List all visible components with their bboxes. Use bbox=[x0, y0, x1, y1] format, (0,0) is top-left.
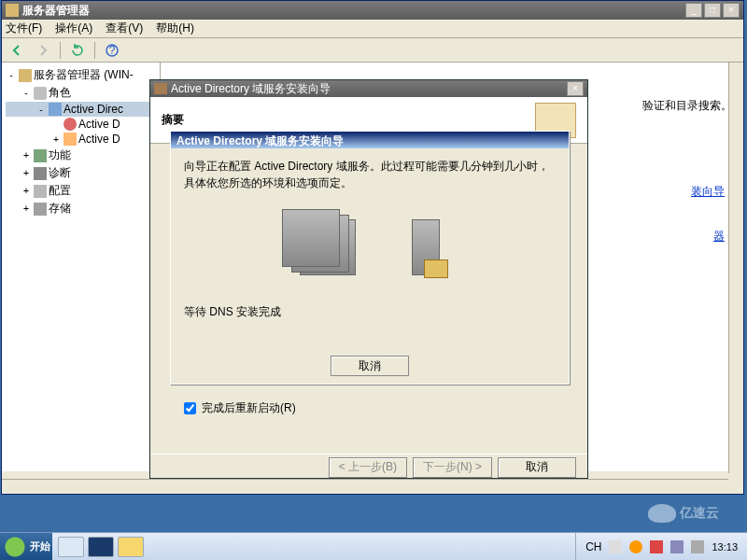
wizard-cancel-button[interactable]: 取消 bbox=[498, 457, 576, 478]
tree-ad1-label: Active D bbox=[78, 118, 120, 131]
expand-icon[interactable]: - bbox=[6, 70, 17, 80]
back-icon[interactable] bbox=[7, 41, 26, 60]
toolbar-sep2 bbox=[94, 42, 95, 59]
tray-help-icon[interactable] bbox=[629, 540, 642, 553]
tree-root[interactable]: -服务器管理器 (WIN- bbox=[6, 66, 156, 84]
expand-icon[interactable]: - bbox=[21, 88, 32, 98]
progress-graphic bbox=[184, 210, 556, 285]
fn-icon bbox=[34, 149, 47, 162]
wizard-header-text: 摘要 bbox=[162, 112, 535, 128]
tree-root-label: 服务器管理器 (WIN- bbox=[34, 67, 134, 83]
main-title: 服务器管理器 bbox=[22, 3, 684, 19]
taskbar: 开始 CH 13:13 bbox=[0, 532, 747, 560]
expand-icon[interactable]: + bbox=[21, 150, 32, 161]
menubar: 文件(F) 操作(A) 查看(V) 帮助(H) bbox=[2, 20, 743, 38]
restart-checkbox-label[interactable]: 完成后重新启动(R) bbox=[184, 400, 556, 416]
tree-roles-label: 角色 bbox=[49, 85, 71, 101]
progress-dialog: Active Directory 域服务安装向导 向导正在配置 Active D… bbox=[170, 131, 570, 385]
expand-icon[interactable]: + bbox=[21, 203, 32, 214]
progress-title: Active Directory 域服务安装向导 bbox=[171, 132, 569, 148]
tray-network-icon[interactable] bbox=[670, 540, 684, 553]
ad-icon bbox=[49, 103, 62, 116]
servers-icon bbox=[300, 219, 356, 275]
ql-powershell-icon[interactable] bbox=[88, 537, 114, 557]
menu-action[interactable]: 操作(A) bbox=[55, 21, 92, 36]
restart-checkbox[interactable] bbox=[184, 402, 196, 414]
menu-file[interactable]: 文件(F) bbox=[6, 21, 42, 36]
maximize-button[interactable]: □ bbox=[704, 3, 721, 18]
ime-indicator[interactable]: CH bbox=[585, 540, 601, 553]
roles-icon bbox=[34, 87, 47, 100]
tree-diag-label: 诊断 bbox=[49, 165, 71, 181]
tree-ad[interactable]: -Active Direc bbox=[6, 102, 156, 117]
menu-view[interactable]: 查看(V) bbox=[106, 21, 143, 36]
svg-text:?: ? bbox=[109, 44, 116, 57]
wizard-close-button[interactable]: × bbox=[567, 81, 584, 96]
tree-fn-label: 功能 bbox=[49, 147, 71, 163]
wait-text: 等待 DNS 安装完成 bbox=[184, 303, 556, 320]
cfg-icon bbox=[34, 185, 47, 198]
minimize-button[interactable]: _ bbox=[685, 3, 702, 18]
expand-icon[interactable]: + bbox=[50, 134, 62, 145]
error-icon bbox=[63, 118, 77, 131]
tree-ad-label: Active Direc bbox=[63, 103, 123, 116]
wizard-titlebar[interactable]: Active Directory 域服务安装向导 × bbox=[150, 80, 587, 97]
tree-ad2-label: Active D bbox=[78, 133, 120, 146]
store-icon bbox=[34, 203, 47, 216]
next-button: 下一步(N) > bbox=[413, 457, 492, 478]
expand-icon[interactable]: + bbox=[21, 168, 32, 178]
toolbar-sep bbox=[60, 42, 61, 59]
vertical-scrollbar[interactable] bbox=[728, 63, 743, 473]
wizard-icon bbox=[154, 83, 167, 94]
tree-diag[interactable]: +诊断 bbox=[6, 164, 156, 182]
progress-text: 向导正在配置 Active Directory 域服务。此过程可能需要几分钟到几… bbox=[184, 158, 556, 191]
tree-ad2[interactable]: +Active D bbox=[6, 132, 156, 147]
server-book-icon bbox=[412, 219, 440, 275]
expand-icon[interactable]: + bbox=[21, 186, 32, 196]
tree-cfg[interactable]: +配置 bbox=[6, 182, 156, 200]
tree-fn[interactable]: +功能 bbox=[6, 147, 156, 164]
tree-ad1[interactable]: Active D bbox=[6, 117, 156, 132]
refresh-icon[interactable] bbox=[68, 41, 87, 60]
horizontal-scrollbar[interactable] bbox=[2, 479, 728, 494]
main-titlebar[interactable]: 服务器管理器 _ □ × bbox=[2, 1, 743, 20]
tree-panel: -服务器管理器 (WIN- -角色 -Active Direc Active D… bbox=[2, 63, 161, 471]
tree-roles[interactable]: -角色 bbox=[6, 84, 156, 102]
server-icon bbox=[19, 69, 32, 82]
diag-icon bbox=[34, 167, 47, 180]
wizard-buttons: < 上一步(B) 下一步(N) > 取消 bbox=[150, 454, 587, 480]
forward-icon bbox=[34, 41, 52, 60]
wizard-title: Active Directory 域服务安装向导 bbox=[171, 81, 565, 97]
toolbar: ? bbox=[2, 38, 743, 63]
ql-server-manager-icon[interactable] bbox=[58, 537, 84, 557]
tray-volume-icon[interactable] bbox=[691, 540, 704, 553]
ql-explorer-icon[interactable] bbox=[118, 537, 144, 557]
watermark-text: 亿速云 bbox=[680, 505, 719, 522]
close-button[interactable]: × bbox=[723, 3, 740, 18]
tree-cfg-label: 配置 bbox=[49, 183, 71, 199]
tree-store-label: 存储 bbox=[49, 201, 71, 217]
ad2-icon bbox=[63, 133, 77, 146]
wizard-link-2[interactable]: 器 bbox=[713, 229, 725, 245]
tray-keyboard-icon[interactable] bbox=[609, 540, 622, 553]
progress-body: 向导正在配置 Active Directory 域服务。此过程可能需要几分钟到几… bbox=[171, 148, 569, 385]
tree-store[interactable]: +存储 bbox=[6, 200, 156, 217]
wizard-link-1[interactable]: 装向导 bbox=[691, 184, 725, 200]
book-icon bbox=[424, 259, 448, 278]
expand-icon[interactable]: - bbox=[35, 105, 47, 115]
cloud-icon bbox=[648, 504, 676, 523]
server-manager-icon bbox=[6, 4, 19, 17]
system-tray: CH 13:13 bbox=[575, 533, 747, 560]
start-button[interactable]: 开始 bbox=[0, 533, 52, 560]
back-button: < 上一步(B) bbox=[329, 457, 407, 478]
help-icon[interactable]: ? bbox=[103, 41, 121, 60]
menu-help[interactable]: 帮助(H) bbox=[156, 21, 194, 36]
progress-cancel-button[interactable]: 取消 bbox=[331, 356, 409, 376]
clock[interactable]: 13:13 bbox=[712, 541, 738, 553]
watermark: 亿速云 bbox=[648, 500, 738, 526]
restart-label: 完成后重新启动(R) bbox=[202, 400, 296, 416]
quick-launch bbox=[52, 537, 149, 557]
tray-shield-icon[interactable] bbox=[650, 540, 663, 553]
